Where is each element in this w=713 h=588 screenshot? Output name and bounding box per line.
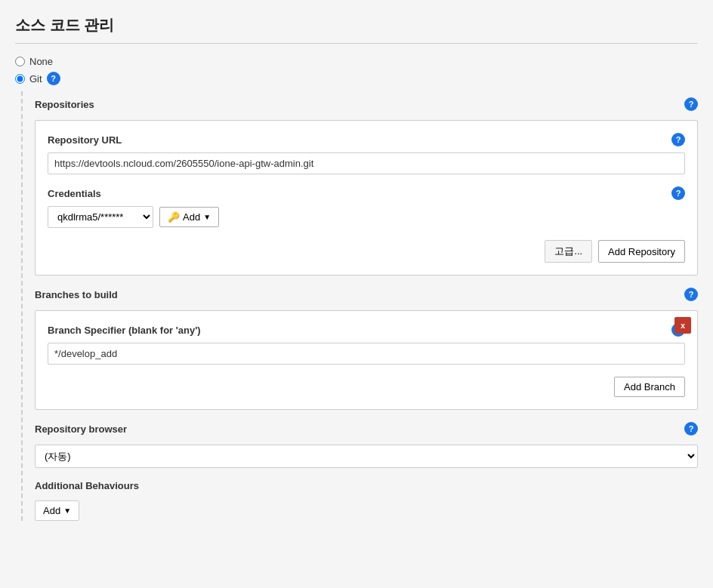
repositories-help-icon[interactable]: ? — [684, 97, 698, 111]
git-section: Repositories ? Repository URL ? Credenti… — [21, 91, 698, 521]
branches-help-icon[interactable]: ? — [684, 288, 698, 301]
repo-browser-help-icon[interactable]: ? — [684, 422, 698, 436]
repositories-label: Repositories — [35, 99, 94, 110]
branch-specifier-field-label: Branch Specifier (blank for 'any') ? — [48, 323, 685, 337]
add-behaviour-caret-icon: ▼ — [63, 506, 71, 515]
repository-card: Repository URL ? Credentials ? qkdlrma5/… — [35, 120, 698, 276]
repo-url-field-label: Repository URL ? — [48, 133, 685, 146]
additional-behaviours-section: Additional Behaviours Add ▼ — [35, 480, 698, 521]
additional-behaviours-label: Additional Behaviours — [35, 480, 139, 491]
source-control-options: None Git ? — [15, 56, 698, 85]
add-branch-button[interactable]: Add Branch — [614, 377, 685, 397]
repo-url-input[interactable] — [48, 152, 685, 174]
none-radio[interactable] — [15, 57, 25, 66]
advanced-button[interactable]: 고급... — [545, 240, 592, 263]
repo-url-label: Repository URL — [48, 134, 122, 146]
git-help-icon[interactable]: ? — [47, 72, 60, 85]
page-title: 소스 코드 관리 — [15, 15, 698, 44]
credentials-label: Credentials — [48, 188, 101, 199]
add-behaviour-label: Add — [43, 505, 60, 516]
repo-browser-section: Repository browser ? (자동) — [35, 422, 698, 468]
repo-browser-label: Repository browser — [35, 423, 127, 435]
add-behaviour-button[interactable]: Add ▼ — [35, 500, 79, 521]
repo-browser-header: Repository browser ? — [35, 422, 698, 436]
git-label: Git — [29, 73, 42, 85]
credentials-select[interactable]: qkdlrma5/****** — [48, 206, 153, 228]
branches-header: Branches to build ? — [35, 288, 698, 301]
none-option[interactable]: None — [15, 56, 698, 67]
credentials-field-label: Credentials ? — [48, 186, 685, 200]
branches-label: Branches to build — [35, 289, 118, 300]
additional-behaviours-header: Additional Behaviours — [35, 480, 698, 491]
credentials-help-icon[interactable]: ? — [671, 186, 685, 200]
git-radio[interactable] — [15, 74, 25, 84]
key-icon: 🔑 — [168, 211, 180, 223]
add-repository-button[interactable]: Add Repository — [598, 240, 685, 263]
branch-specifier-label: Branch Specifier (blank for 'any') — [48, 325, 201, 336]
git-option[interactable]: Git ? — [15, 72, 698, 85]
credentials-row: qkdlrma5/****** 🔑 Add ▼ — [48, 206, 685, 228]
branch-action-row: Add Branch — [48, 377, 685, 397]
branch-card: x Branch Specifier (blank for 'any') ? A… — [35, 310, 698, 410]
delete-branch-button[interactable]: x — [674, 317, 691, 334]
none-label: None — [29, 56, 53, 67]
add-credentials-label: Add — [183, 211, 200, 223]
repo-action-row: 고급... Add Repository — [48, 240, 685, 263]
repo-browser-select[interactable]: (자동) — [35, 445, 698, 468]
branch-specifier-input[interactable] — [48, 343, 685, 365]
add-credentials-button[interactable]: 🔑 Add ▼ — [159, 207, 219, 227]
repo-url-help-icon[interactable]: ? — [671, 133, 685, 146]
branches-section: Branches to build ? x Branch Specifier (… — [35, 288, 698, 410]
repositories-header: Repositories ? — [35, 97, 698, 111]
add-caret-icon: ▼ — [203, 213, 211, 221]
